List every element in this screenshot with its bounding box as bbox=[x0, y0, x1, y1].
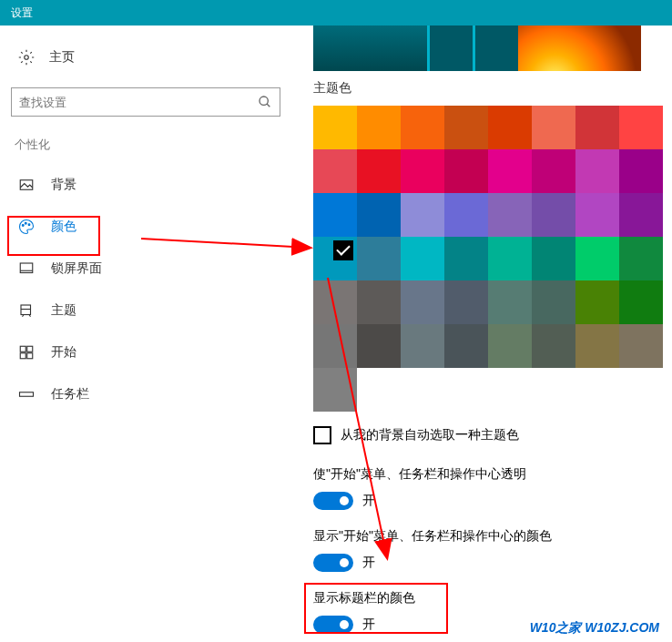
color-swatch[interactable] bbox=[575, 280, 619, 324]
color-swatch[interactable] bbox=[532, 237, 575, 280]
color-swatch[interactable] bbox=[444, 193, 488, 237]
color-swatch[interactable] bbox=[488, 324, 532, 368]
titlebar: 设置 bbox=[0, 0, 672, 25]
color-swatch[interactable] bbox=[619, 280, 663, 324]
color-swatch[interactable] bbox=[619, 193, 663, 237]
color-swatch[interactable] bbox=[488, 149, 532, 193]
color-swatch[interactable] bbox=[532, 280, 575, 324]
svg-point-4 bbox=[22, 225, 24, 227]
color-swatch[interactable] bbox=[401, 280, 444, 324]
toggle-state: 开 bbox=[362, 555, 375, 571]
auto-pick-checkbox[interactable]: 从我的背景自动选取一种主题色 bbox=[313, 426, 672, 444]
color-swatch[interactable] bbox=[575, 106, 619, 149]
color-swatches bbox=[313, 106, 663, 412]
toggle-transparency: 使"开始"菜单、任务栏和操作中心透明 开 bbox=[313, 466, 672, 510]
search-input[interactable] bbox=[11, 87, 280, 117]
nav-label: 开始 bbox=[51, 344, 76, 361]
svg-rect-15 bbox=[20, 392, 34, 397]
color-swatch[interactable] bbox=[357, 237, 401, 280]
home-button[interactable]: 主页 bbox=[9, 44, 282, 71]
color-swatch[interactable] bbox=[313, 237, 357, 280]
toggle-label: 显示标题栏的颜色 bbox=[313, 590, 672, 606]
color-swatch[interactable] bbox=[357, 280, 401, 324]
sidebar: 主页 个性化 背景 颜色 锁屏界面 主题 开始 任务 bbox=[0, 25, 291, 642]
toggle-switch[interactable] bbox=[313, 616, 353, 634]
watermark: W10之家 W10ZJ.COM bbox=[530, 620, 659, 637]
color-swatch[interactable] bbox=[313, 280, 357, 324]
color-swatch[interactable] bbox=[357, 106, 401, 149]
color-swatch[interactable] bbox=[532, 106, 575, 149]
accent-color-label: 主题色 bbox=[313, 80, 672, 97]
sidebar-item-taskbar[interactable]: 任务栏 bbox=[9, 373, 282, 415]
sidebar-item-lockscreen[interactable]: 锁屏界面 bbox=[9, 248, 282, 290]
toggle-show-accent: 显示"开始"菜单、任务栏和操作中心的颜色 开 bbox=[313, 528, 672, 572]
search-icon bbox=[258, 95, 272, 109]
color-swatch[interactable] bbox=[357, 193, 401, 237]
color-swatch[interactable] bbox=[444, 280, 488, 324]
window-title: 设置 bbox=[11, 5, 33, 21]
color-swatch[interactable] bbox=[313, 106, 357, 149]
color-swatch[interactable] bbox=[532, 324, 575, 368]
color-swatch[interactable] bbox=[444, 237, 488, 280]
nav-label: 锁屏界面 bbox=[51, 260, 102, 277]
svg-point-5 bbox=[25, 222, 26, 224]
color-swatch[interactable] bbox=[575, 324, 619, 368]
toggle-label: 显示"开始"菜单、任务栏和操作中心的颜色 bbox=[313, 528, 672, 545]
color-swatch[interactable] bbox=[488, 193, 532, 237]
color-swatch[interactable] bbox=[401, 193, 444, 237]
color-swatch[interactable] bbox=[575, 193, 619, 237]
toggle-switch[interactable] bbox=[313, 554, 353, 572]
color-swatch[interactable] bbox=[575, 237, 619, 280]
toggle-state: 开 bbox=[362, 493, 375, 509]
toggle-switch[interactable] bbox=[313, 492, 353, 510]
color-swatch[interactable] bbox=[401, 237, 444, 280]
svg-rect-13 bbox=[20, 353, 25, 359]
taskbar-icon bbox=[18, 386, 35, 403]
lockscreen-icon bbox=[18, 260, 35, 277]
color-swatch[interactable] bbox=[488, 106, 532, 149]
svg-rect-11 bbox=[20, 346, 25, 352]
color-swatch[interactable] bbox=[401, 324, 444, 368]
checkbox-icon bbox=[313, 426, 331, 444]
start-icon bbox=[18, 344, 35, 361]
search-field[interactable] bbox=[19, 96, 258, 109]
svg-rect-7 bbox=[20, 263, 33, 273]
color-swatch[interactable] bbox=[313, 149, 357, 193]
color-swatch[interactable] bbox=[619, 149, 663, 193]
color-swatch[interactable] bbox=[313, 368, 357, 412]
category-label: 个性化 bbox=[9, 137, 282, 164]
sidebar-item-colors[interactable]: 颜色 bbox=[9, 206, 282, 248]
color-swatch[interactable] bbox=[488, 280, 532, 324]
color-swatch[interactable] bbox=[357, 324, 401, 368]
svg-line-2 bbox=[267, 104, 270, 107]
home-label: 主页 bbox=[49, 49, 75, 66]
color-preview bbox=[313, 25, 641, 71]
toggle-label: 使"开始"菜单、任务栏和操作中心透明 bbox=[313, 466, 672, 483]
main-panel: 主题色 从我的背景自动选取一种主题色 使"开始"菜单、任务栏和操作中心透明 开 … bbox=[291, 25, 672, 642]
color-swatch[interactable] bbox=[532, 149, 575, 193]
palette-icon bbox=[18, 219, 35, 235]
sidebar-item-start[interactable]: 开始 bbox=[9, 331, 282, 373]
sidebar-item-themes[interactable]: 主题 bbox=[9, 290, 282, 331]
color-swatch[interactable] bbox=[444, 149, 488, 193]
auto-pick-label: 从我的背景自动选取一种主题色 bbox=[341, 427, 519, 443]
color-swatch[interactable] bbox=[619, 237, 663, 280]
color-swatch[interactable] bbox=[619, 106, 663, 149]
picture-icon bbox=[18, 177, 35, 193]
sidebar-item-background[interactable]: 背景 bbox=[9, 164, 282, 206]
color-swatch[interactable] bbox=[575, 149, 619, 193]
nav-label: 主题 bbox=[51, 302, 76, 319]
color-swatch[interactable] bbox=[401, 106, 444, 149]
svg-rect-14 bbox=[27, 353, 33, 359]
color-swatch[interactable] bbox=[619, 324, 663, 368]
color-swatch[interactable] bbox=[401, 149, 444, 193]
color-swatch[interactable] bbox=[357, 149, 401, 193]
color-swatch[interactable] bbox=[444, 106, 488, 149]
svg-point-6 bbox=[28, 224, 30, 226]
color-swatch[interactable] bbox=[532, 193, 575, 237]
color-swatch[interactable] bbox=[313, 324, 357, 368]
nav-label: 颜色 bbox=[51, 219, 76, 235]
color-swatch[interactable] bbox=[488, 237, 532, 280]
color-swatch[interactable] bbox=[444, 324, 488, 368]
color-swatch[interactable] bbox=[313, 193, 357, 237]
